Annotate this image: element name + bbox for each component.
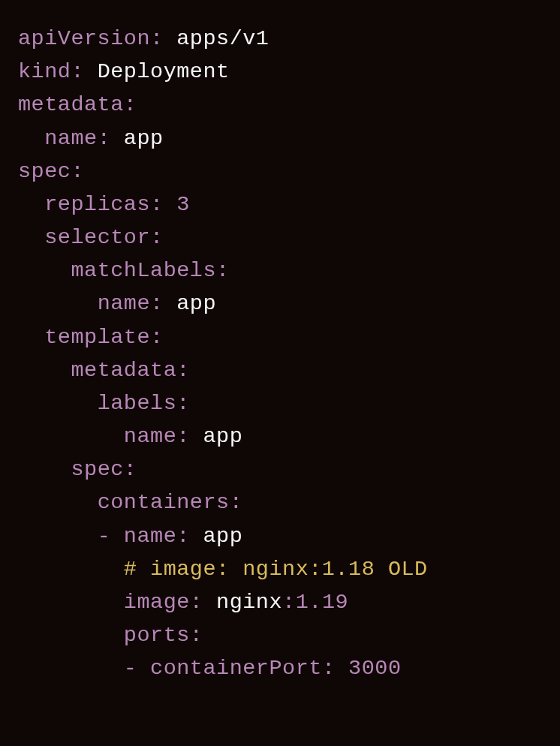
code-line: matchLabels: [18, 258, 230, 283]
code-line: selector: [18, 225, 164, 250]
yaml-colon: : [190, 590, 203, 615]
yaml-value: app [203, 524, 242, 549]
code-line: replicas: 3 [18, 192, 190, 217]
code-line: kind: Deployment [18, 59, 230, 84]
yaml-value: app [124, 126, 164, 151]
yaml-key: name [98, 291, 150, 316]
yaml-value: 3 [176, 192, 190, 217]
yaml-colon: : [124, 92, 137, 117]
yaml-colon: : [71, 159, 84, 184]
yaml-colon: : [150, 26, 164, 51]
code-line: template: [18, 325, 164, 350]
yaml-colon: : [176, 424, 190, 449]
yaml-key: kind [18, 59, 71, 84]
code-line: ports: [18, 623, 203, 648]
yaml-key: selector [44, 225, 150, 250]
yaml-colon: : [150, 291, 164, 316]
yaml-key: spec [71, 457, 123, 482]
yaml-colon: : [124, 457, 137, 482]
code-line: metadata: [18, 92, 137, 117]
yaml-value: nginx [216, 590, 282, 615]
yaml-key: spec [18, 159, 71, 184]
yaml-key: image [124, 590, 190, 615]
yaml-key: metadata [18, 92, 124, 117]
yaml-code-block: apiVersion: apps/v1 kind: Deployment met… [18, 23, 542, 685]
yaml-key: labels [98, 391, 177, 416]
yaml-key: name [124, 424, 176, 449]
yaml-key: template [44, 325, 150, 350]
code-line: - name: app [18, 524, 242, 549]
yaml-colon: : [150, 225, 164, 250]
yaml-colon: : [150, 192, 164, 217]
yaml-key: name [44, 126, 97, 151]
yaml-colon: : [230, 490, 243, 515]
code-line: metadata: [18, 358, 190, 383]
yaml-value: apps/v1 [176, 26, 269, 51]
yaml-colon: : [98, 126, 111, 151]
yaml-value: app [176, 291, 216, 316]
yaml-dash: - [124, 656, 137, 681]
yaml-colon: : [150, 325, 164, 350]
yaml-key: metadata [71, 358, 176, 383]
yaml-key: containerPort [150, 656, 322, 681]
code-line: name: app [18, 424, 242, 449]
code-line: image: nginx:1.19 [18, 590, 348, 615]
yaml-colon: : [322, 656, 336, 681]
code-line: name: app [18, 126, 164, 151]
code-line: - containerPort: 3000 [18, 656, 402, 681]
yaml-colon: : [282, 590, 296, 615]
yaml-value: app [203, 424, 242, 449]
yaml-colon: : [71, 59, 84, 84]
yaml-colon: : [176, 524, 190, 549]
yaml-key: replicas [44, 192, 150, 217]
yaml-value: Deployment [98, 59, 230, 84]
yaml-dash: - [98, 524, 111, 549]
code-line: spec: [18, 159, 84, 184]
yaml-value: 3000 [348, 656, 401, 681]
code-line: labels: [18, 391, 190, 416]
yaml-value-tag: 1.19 [296, 590, 348, 615]
yaml-colon: : [176, 358, 190, 383]
code-line: apiVersion: apps/v1 [18, 26, 269, 51]
yaml-comment: # image: nginx:1.18 OLD [124, 557, 428, 582]
yaml-colon: : [216, 258, 230, 283]
code-line: containers: [18, 490, 242, 515]
yaml-key: matchLabels [71, 258, 216, 283]
code-line: spec: [18, 457, 137, 482]
yaml-key: ports [124, 623, 190, 648]
yaml-colon: : [190, 623, 203, 648]
code-line: name: app [18, 291, 216, 316]
code-line: # image: nginx:1.18 OLD [18, 557, 428, 582]
yaml-colon: : [176, 391, 190, 416]
yaml-key: apiVersion [18, 26, 150, 51]
yaml-key: name [124, 524, 176, 549]
yaml-key: containers [98, 490, 230, 515]
